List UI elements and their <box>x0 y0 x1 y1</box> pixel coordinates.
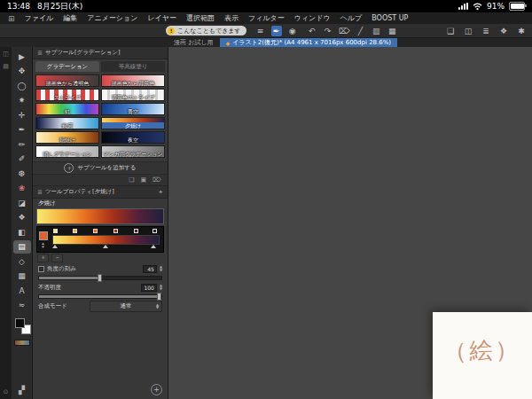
tool-airbrush[interactable]: ❆ <box>13 167 31 180</box>
gradient-node[interactable] <box>113 229 118 233</box>
subtool-panel-header[interactable]: ≣ サブツール[グラデーション] <box>33 47 168 59</box>
angle-step-checkbox[interactable] <box>38 266 44 272</box>
tool-decoration[interactable]: ❀ <box>13 182 31 195</box>
brush-size-icon[interactable]: ◉ <box>287 26 298 36</box>
gradient-node[interactable] <box>53 229 58 233</box>
gradient-editor-bar[interactable] <box>52 235 160 245</box>
subtool-fg-to-transparent[interactable]: 描画色から透明色 <box>35 74 99 87</box>
angle-step-slider[interactable] <box>38 276 162 280</box>
tool-frame[interactable]: ▦ <box>13 270 31 283</box>
add-subtool-button[interactable]: ＋ サブツールを追加する <box>33 161 168 175</box>
blend-mode-dropdown[interactable]: 通常 ▲▼ <box>90 301 162 312</box>
palette-menu-icon[interactable]: ≡ <box>255 26 266 36</box>
tab-gradient-group[interactable]: グラデーション <box>35 61 99 72</box>
menu-selection[interactable]: 選択範囲 <box>186 13 215 23</box>
menu-view[interactable]: 表示 <box>224 13 239 23</box>
workspace-icon[interactable]: ◫ <box>463 26 473 36</box>
menu-grid-icon[interactable]: ⊞ <box>8 14 15 23</box>
tips-button[interactable]: ! こんなこともできます <box>166 26 246 35</box>
document-tab-inactive[interactable]: 漫画 お試し用 <box>168 38 220 47</box>
settings-icon[interactable]: ✱ <box>516 26 527 36</box>
menu-layer[interactable]: レイヤー <box>147 13 176 23</box>
tab-contour-fill-group[interactable]: 等高線塗り <box>101 61 165 72</box>
tool-property-header[interactable]: ≣ ツールプロパティ[夕焼け] ✦ <box>33 186 168 199</box>
panel-menu-icon[interactable]: ≣ <box>37 189 43 196</box>
export-subtool-icon[interactable]: ❏ <box>129 176 134 184</box>
gradient-node[interactable] <box>73 229 77 233</box>
subtool-blue-sky[interactable]: 青空 <box>101 103 165 115</box>
gradient-marker[interactable] <box>103 245 108 248</box>
layer-palette-icon[interactable]: ≣ <box>481 26 491 36</box>
snap-grid-icon[interactable]: ▦ <box>387 26 397 36</box>
undo-icon[interactable]: ↶ <box>307 26 317 36</box>
tool-blend[interactable]: ❖ <box>13 211 31 224</box>
tool-selection[interactable]: ◯ <box>13 79 31 92</box>
opacity-value[interactable]: 100 <box>141 284 156 292</box>
menu-window[interactable]: ウィンドウ <box>294 13 331 23</box>
trash-icon[interactable]: ⌦ <box>153 176 161 184</box>
subtool-manga-gradient[interactable]: マンガ用グラデーション <box>101 145 165 158</box>
subtool-fg-to-bg[interactable]: 描画色から背景色 <box>101 74 165 87</box>
tool-eyedropper[interactable]: ✛ <box>13 108 31 121</box>
gradient-marker[interactable] <box>52 245 58 248</box>
tool-operation[interactable]: ▶ <box>13 50 31 63</box>
subtool-erase-gradient[interactable]: 消しグラデーション <box>35 145 99 158</box>
gradient-node[interactable] <box>93 229 98 233</box>
collapse-palette-icon[interactable]: ◫ <box>3 51 9 58</box>
pen-tool-icon[interactable]: ✒ <box>271 26 282 36</box>
subtool-stripe[interactable]: ストライプ <box>35 89 99 101</box>
add-node-button[interactable]: ＋ <box>37 254 49 262</box>
quick-access-icon[interactable]: ▤ <box>3 63 9 70</box>
edge-bottom-icon[interactable]: ⊙ <box>4 388 9 395</box>
delete-icon[interactable]: ⌦ <box>339 26 350 36</box>
gradient-node[interactable] <box>153 229 157 233</box>
document-tab-active[interactable]: ◆ イラスト2(復元)* (A4 4961 x 7016px 600dpi 28… <box>220 38 398 47</box>
menu-filter[interactable]: フィルター <box>248 13 285 23</box>
menu-animation[interactable]: アニメーション <box>87 13 137 23</box>
add-palette-button[interactable]: + <box>151 384 162 395</box>
color-palette-icon[interactable]: ❖ <box>498 26 509 36</box>
material-palette-icon[interactable]: ❑ <box>445 26 456 36</box>
tool-figure[interactable]: ◇ <box>13 254 31 268</box>
subtool-morning-glow[interactable]: 朝焼け <box>35 131 99 144</box>
menu-help[interactable]: ヘルプ <box>340 13 363 23</box>
canvas-paper[interactable]: （絵） <box>433 312 532 399</box>
menu-boost-up[interactable]: BOOST UP <box>372 14 408 22</box>
main-color-chip[interactable] <box>15 318 25 328</box>
tool-eraser[interactable]: ◪ <box>13 196 31 209</box>
angle-step-value[interactable]: 45 <box>143 265 157 273</box>
tool-move[interactable]: ✥ <box>13 65 31 78</box>
node-spinner-icon[interactable]: ▴▾ <box>42 241 44 248</box>
tool-line-correction[interactable]: ≈ <box>13 299 31 312</box>
menu-edit[interactable]: 編集 <box>63 13 77 23</box>
node-color-chip[interactable] <box>39 231 48 240</box>
wrench-icon[interactable]: ✦ <box>158 189 163 196</box>
tool-brush[interactable]: ✐ <box>13 153 31 166</box>
tone-pattern-icon[interactable]: ▞ <box>19 386 25 395</box>
snap-special-ruler-icon[interactable]: ▥ <box>371 26 381 36</box>
menu-file[interactable]: ファイル <box>25 13 54 23</box>
gradient-marker[interactable] <box>151 245 156 248</box>
opacity-slider[interactable] <box>38 294 162 299</box>
tool-fill[interactable]: ◧ <box>13 225 31 239</box>
folder-icon[interactable]: ▣ <box>140 176 146 184</box>
tool-pencil[interactable]: ✏ <box>13 137 31 151</box>
gradient-editor[interactable]: ▴▾ <box>36 226 164 253</box>
angle-stepper-icon[interactable]: ▲▼ <box>160 265 162 271</box>
tool-pen[interactable]: ✒ <box>13 123 31 137</box>
subtool-night-sky[interactable]: 夜空 <box>101 131 165 144</box>
tool-auto-select[interactable]: ✷ <box>13 94 31 107</box>
subtool-sunset-selected[interactable]: 夕焼け <box>101 117 165 129</box>
tool-text[interactable]: A <box>13 284 31 297</box>
canvas-area[interactable]: （絵） <box>168 47 532 399</box>
subtool-bg-stripe[interactable]: 背景色ストライプ <box>101 89 165 101</box>
panel-menu-icon[interactable]: ≣ <box>37 50 43 57</box>
subtool-rainbow[interactable]: 虹 <box>35 103 99 115</box>
redo-icon[interactable]: ↷ <box>323 26 333 36</box>
gradient-node[interactable] <box>134 229 138 233</box>
subtool-galaxy[interactable]: 銀河 <box>35 117 99 129</box>
color-history-bar[interactable] <box>14 340 30 346</box>
remove-node-button[interactable]: － <box>51 254 63 262</box>
snap-ruler-icon[interactable]: ╱ <box>355 26 365 36</box>
tool-gradient[interactable]: ▤ <box>13 240 31 254</box>
